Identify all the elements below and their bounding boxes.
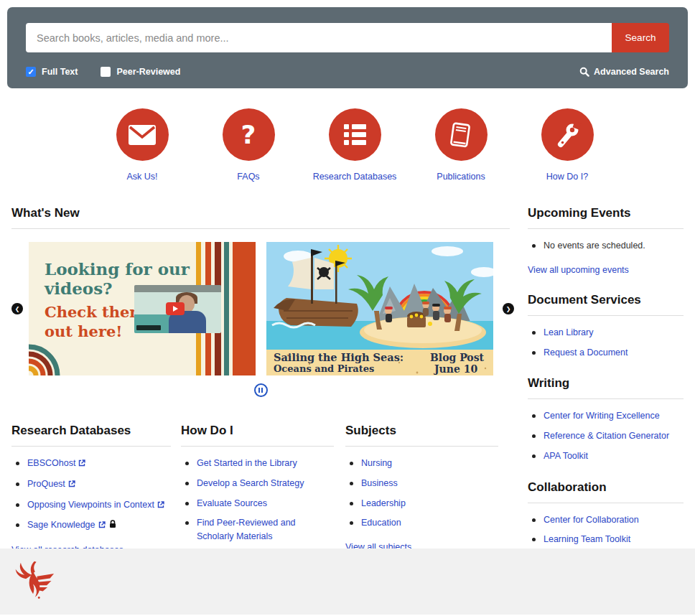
corner-arcs-decoration bbox=[29, 342, 62, 375]
search-panel: Search ✓ Full Text Peer-Reviewed Advance… bbox=[7, 7, 688, 88]
quick-link-faqs[interactable]: ? FAQs bbox=[195, 108, 302, 182]
video-thumbnail[interactable] bbox=[134, 285, 221, 333]
writing-link[interactable]: Reference & Citation Generator bbox=[544, 431, 669, 441]
research-database-link[interactable]: Opposing Viewpoints in Context bbox=[27, 500, 154, 510]
list-item: Education bbox=[345, 516, 498, 530]
document-services-section: Document Services Lean Library Request a… bbox=[528, 293, 684, 360]
quick-link-how-do-i[interactable]: How Do I? bbox=[514, 108, 620, 182]
list-item: Center for Writing Excellence bbox=[528, 409, 684, 423]
list-item: Find Peer-Reviewed and Scholarly Materia… bbox=[181, 516, 334, 543]
database-list-icon[interactable] bbox=[329, 108, 381, 161]
list-item: Get Started in the Library bbox=[181, 457, 334, 470]
slide2-date-label: June 10 bbox=[434, 363, 477, 375]
subject-link[interactable]: Education bbox=[361, 518, 401, 528]
subjects-title: Subjects bbox=[345, 424, 498, 447]
peer-reviewed-checkbox-group[interactable]: Peer-Reviewed bbox=[101, 67, 180, 77]
search-input[interactable] bbox=[26, 23, 612, 52]
play-icon[interactable] bbox=[166, 302, 185, 315]
quick-link-label[interactable]: FAQs bbox=[195, 172, 302, 182]
document-services-title: Document Services bbox=[528, 293, 684, 316]
quick-link-publications[interactable]: Publications bbox=[408, 108, 514, 182]
collaboration-link[interactable]: Learning Team Toolkit bbox=[544, 534, 630, 544]
carousel-prev-button[interactable]: ❮ bbox=[11, 303, 23, 314]
envelope-icon[interactable] bbox=[116, 108, 169, 161]
how-do-i-link[interactable]: Find Peer-Reviewed and Scholarly Materia… bbox=[197, 518, 296, 541]
writing-link[interactable]: Center for Writing Excellence bbox=[544, 411, 660, 421]
list-item: Opposing Viewpoints in Context bbox=[11, 498, 171, 513]
quick-link-label[interactable]: Publications bbox=[408, 172, 514, 182]
list-item: Develop a Search Strategy bbox=[181, 477, 334, 490]
writing-link[interactable]: APA Toolkit bbox=[544, 451, 588, 461]
list-item: No events are scheduled. bbox=[528, 239, 684, 253]
how-do-i-link[interactable]: Evaluate Sources bbox=[197, 498, 267, 508]
question-mark-icon[interactable]: ? bbox=[223, 108, 275, 161]
carousel-slide-pirates[interactable]: Sailing the High Seas: Oceans and Pirate… bbox=[266, 242, 493, 375]
research-databases-section: Research Databases EBSCOhost ProQuest Op… bbox=[11, 424, 171, 566]
wrench-icon[interactable] bbox=[541, 108, 594, 161]
writing-section: Writing Center for Writing Excellence Re… bbox=[528, 376, 684, 462]
carousel-next-button[interactable]: ❯ bbox=[503, 303, 514, 314]
how-do-i-link[interactable]: Get Started in the Library bbox=[197, 458, 297, 468]
external-link-icon bbox=[78, 457, 85, 471]
external-link-icon bbox=[98, 519, 106, 533]
slide2-subtitle: Oceans and Pirates bbox=[274, 363, 374, 374]
external-link-icon bbox=[157, 499, 164, 513]
slide1-subheadline: Check them out here! bbox=[45, 302, 146, 342]
advanced-search-label: Advanced Search bbox=[594, 67, 669, 77]
slide2-title: Sailing the High Seas: bbox=[274, 351, 404, 363]
how-do-i-section: How Do I Get Started in the Library Deve… bbox=[181, 424, 334, 566]
list-item: Request a Document bbox=[528, 346, 684, 360]
search-button[interactable]: Search bbox=[612, 23, 669, 52]
list-item: APA Toolkit bbox=[528, 449, 684, 463]
subject-link[interactable]: Business bbox=[361, 478, 398, 488]
quick-link-ask-us[interactable]: Ask Us! bbox=[89, 108, 195, 182]
whats-new-carousel: ❮ Looking for our vid bbox=[11, 242, 510, 375]
view-all-upcoming-events-link[interactable]: View all upcoming events bbox=[528, 265, 629, 275]
document-services-link[interactable]: Lean Library bbox=[544, 327, 594, 337]
book-icon[interactable] bbox=[435, 108, 488, 161]
advanced-search-link[interactable]: Advanced Search bbox=[579, 67, 669, 77]
peer-reviewed-label: Peer-Reviewed bbox=[116, 67, 180, 77]
list-item: EBSCOhost bbox=[11, 457, 171, 471]
search-icon bbox=[579, 67, 589, 77]
collaboration-section: Collaboration Center for Collaboration L… bbox=[528, 480, 684, 547]
full-text-checkbox-group[interactable]: ✓ Full Text bbox=[26, 67, 78, 77]
how-do-i-title: How Do I bbox=[181, 424, 334, 447]
research-databases-title: Research Databases bbox=[11, 424, 171, 447]
collaboration-title: Collaboration bbox=[528, 480, 684, 503]
quick-link-research-databases[interactable]: Research Databases bbox=[302, 108, 408, 182]
full-text-checkbox[interactable]: ✓ bbox=[26, 67, 36, 77]
quick-link-label[interactable]: Research Databases bbox=[302, 172, 408, 182]
collaboration-link[interactable]: Center for Collaboration bbox=[544, 515, 639, 525]
subject-link[interactable]: Nursing bbox=[361, 458, 392, 468]
external-link-icon bbox=[68, 478, 75, 492]
list-item: Evaluate Sources bbox=[181, 497, 334, 510]
list-item: Center for Collaboration bbox=[528, 513, 684, 527]
document-services-link[interactable]: Request a Document bbox=[544, 347, 628, 358]
no-events-text: No events are scheduled. bbox=[544, 241, 645, 251]
page-footer bbox=[0, 549, 695, 615]
how-do-i-link[interactable]: Develop a Search Strategy bbox=[197, 478, 304, 488]
slide2-blog-post-label: Blog Post bbox=[430, 352, 484, 363]
list-item: Reference & Citation Generator bbox=[528, 429, 684, 443]
list-item: Business bbox=[345, 477, 498, 490]
lock-icon bbox=[108, 519, 117, 533]
subject-link[interactable]: Leadership bbox=[361, 498, 406, 508]
carousel-pause-button[interactable] bbox=[254, 383, 268, 397]
phoenix-logo bbox=[13, 559, 55, 603]
research-database-link[interactable]: ProQuest bbox=[27, 479, 65, 489]
sidebar: Upcoming Events No events are scheduled.… bbox=[528, 206, 684, 566]
upcoming-events-title: Upcoming Events bbox=[528, 206, 684, 229]
upcoming-events-section: Upcoming Events No events are scheduled.… bbox=[528, 206, 684, 276]
list-item: Sage Knowledge bbox=[11, 518, 171, 533]
whats-new-title: What's New bbox=[11, 206, 510, 229]
writing-title: Writing bbox=[528, 376, 684, 399]
research-database-link[interactable]: Sage Knowledge bbox=[27, 520, 95, 530]
carousel-slide-videos[interactable]: Looking for our videos? Check them out h… bbox=[29, 242, 256, 375]
quick-links-row: Ask Us! ? FAQs Research Databases Public… bbox=[89, 108, 620, 182]
quick-link-label[interactable]: How Do I? bbox=[514, 172, 620, 182]
peer-reviewed-checkbox[interactable] bbox=[101, 67, 111, 77]
quick-link-label[interactable]: Ask Us! bbox=[89, 172, 195, 182]
research-database-link[interactable]: EBSCOhost bbox=[27, 458, 75, 468]
full-text-label: Full Text bbox=[42, 67, 78, 77]
